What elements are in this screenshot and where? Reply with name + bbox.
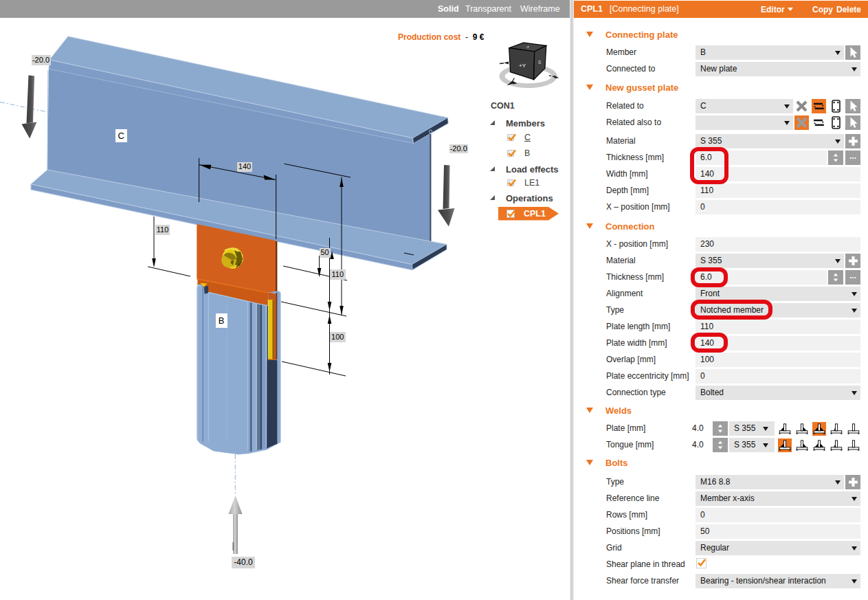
svg-text:-z: -z [526, 45, 529, 49]
svg-text:+Y: +Y [519, 63, 526, 69]
svg-text:S: S [538, 60, 542, 65]
